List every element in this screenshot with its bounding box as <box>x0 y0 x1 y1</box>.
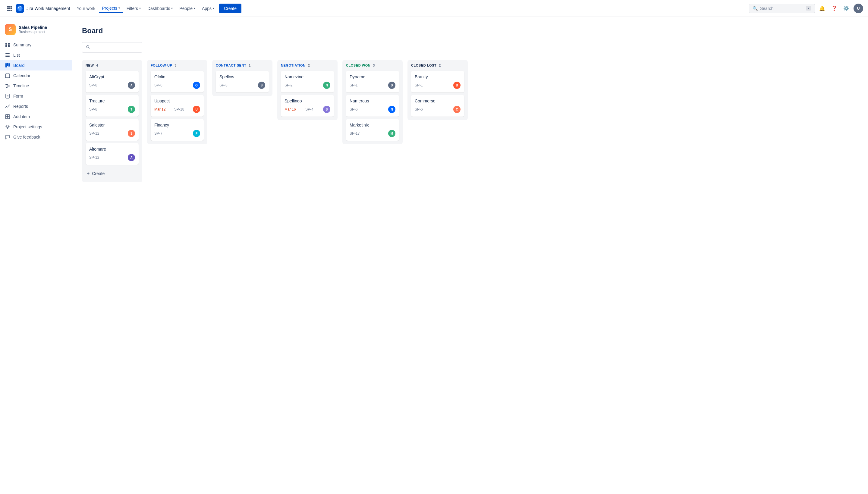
sidebar-item-label: Calendar <box>13 73 31 78</box>
card-meta: SP-6 O <box>154 82 200 89</box>
help-button[interactable]: ❓ <box>829 4 839 13</box>
sidebar-item-add-item[interactable]: Add item <box>0 111 72 122</box>
card-marketinix[interactable]: Marketinix SP-17 M <box>346 119 399 141</box>
topnav-item-dashboards[interactable]: Dashboards ▾ <box>144 4 176 13</box>
sidebar-item-form[interactable]: Form <box>0 91 72 101</box>
notifications-button[interactable]: 🔔 <box>817 4 827 13</box>
svg-rect-21 <box>5 84 8 85</box>
sidebar-item-timeline[interactable]: Timeline <box>0 81 72 91</box>
topnav-item-apps[interactable]: Apps ▾ <box>199 4 217 13</box>
svg-point-26 <box>7 126 8 128</box>
sidebar-item-give-feedback[interactable]: Give feedback <box>0 132 72 142</box>
search-icon: 🔍 <box>753 6 758 11</box>
sidebar-item-label: List <box>13 53 20 58</box>
search-box[interactable]: 🔍 Search / <box>749 4 815 13</box>
column-count-followup: 3 <box>174 63 176 67</box>
svg-rect-20 <box>5 74 10 78</box>
sidebar-item-list[interactable]: List <box>0 50 72 60</box>
card-upspect[interactable]: Upspect Mar 12 SP-18 U <box>151 95 204 117</box>
svg-rect-15 <box>5 55 10 55</box>
avatar[interactable]: U <box>853 4 863 13</box>
column-negotiation: NEGOTIATION 2 Namezine SP-2 N Spellingo … <box>277 60 337 120</box>
project-icon: S <box>5 24 16 35</box>
svg-rect-8 <box>11 10 12 11</box>
settings-button[interactable]: ⚙️ <box>842 4 851 13</box>
search-icon <box>86 45 90 50</box>
card-spellow[interactable]: Spellow SP-3 S <box>216 71 269 93</box>
create-button[interactable]: Create <box>219 4 241 13</box>
card-title: Spellingo <box>284 98 330 103</box>
project-name: Sales Pipeline <box>19 25 47 30</box>
card-commerse[interactable]: Commerse SP-6 C <box>411 95 464 117</box>
topnav-item-your-work[interactable]: Your work <box>74 4 98 13</box>
card-meta: SP-17 M <box>350 130 395 137</box>
card-id: SP-1 <box>415 83 423 87</box>
card-namezine[interactable]: Namezine SP-2 N <box>281 71 334 93</box>
card-title: Spellow <box>219 74 265 79</box>
card-date: Mar 12 <box>154 107 165 111</box>
sidebar-item-reports[interactable]: Reports <box>0 101 72 111</box>
column-closed-won: CLOSED WON 3 Dyname SP-1 D Namerous SP-6… <box>343 60 403 144</box>
column-followup: FOLLOW-UP 3 Ofolio SP-6 O Upspect Mar 12… <box>147 60 207 144</box>
topnav-items: Your work Projects ▾ Filters ▾ Dashboard… <box>74 4 747 13</box>
create-button[interactable]: + Create <box>86 168 138 178</box>
sidebar-item-label: Timeline <box>13 83 29 88</box>
topnav-item-projects[interactable]: Projects ▾ <box>99 4 123 13</box>
card-ofolio[interactable]: Ofolio SP-6 O <box>151 71 204 93</box>
topnav-item-people[interactable]: People ▾ <box>176 4 198 13</box>
card-title: Ofolio <box>154 74 200 79</box>
topnav: Jira Work Management Your work Projects … <box>0 0 868 17</box>
grid-icon[interactable] <box>5 4 15 13</box>
form-icon <box>5 93 10 99</box>
card-financy[interactable]: Financy SP-7 F <box>151 119 204 141</box>
card-branity[interactable]: Branity SP-1 B <box>411 71 464 93</box>
sidebar-item-label: Project settings <box>13 125 42 129</box>
sidebar-item-label: Reports <box>13 104 28 109</box>
column-contract-sent: CONTRACT SENT 1 Spellow SP-3 S <box>212 60 273 96</box>
column-closed-lost: CLOSED LOST 2 Branity SP-1 B Commerse SP… <box>407 60 468 120</box>
svg-rect-17 <box>5 63 7 68</box>
board-icon <box>5 63 10 68</box>
chevron-down-icon: ▾ <box>213 7 214 10</box>
card-salestor[interactable]: Salestor SP-12 S <box>86 119 138 141</box>
card-dyname[interactable]: Dyname SP-1 D <box>346 71 399 93</box>
sidebar-item-calendar[interactable]: Calendar <box>0 71 72 81</box>
sidebar-item-label: Add item <box>13 114 30 119</box>
svg-rect-6 <box>7 10 9 11</box>
card-namerous[interactable]: Namerous SP-6 N <box>346 95 399 117</box>
topnav-item-filters[interactable]: Filters ▾ <box>124 4 144 13</box>
svg-rect-18 <box>7 63 8 66</box>
card-tracture[interactable]: Tracture SP-8 T <box>86 95 138 117</box>
column-header-new: NEW 4 <box>86 63 138 67</box>
column-new: NEW 4 AltCrypt SP-8 A Tracture SP-8 T <box>82 60 142 182</box>
card-meta: SP-12 A <box>89 154 135 161</box>
avatar: M <box>388 130 395 137</box>
board-search[interactable] <box>82 42 142 53</box>
logo[interactable]: Jira Work Management <box>16 4 70 13</box>
column-count-negotiation: 2 <box>308 63 310 67</box>
column-header-negotiation: NEGOTIATION 2 <box>281 63 334 67</box>
sidebar: S Sales Pipeline Business project Summar… <box>0 17 72 494</box>
card-id: SP-2 <box>284 83 293 87</box>
card-title: Commerse <box>415 98 461 103</box>
avatar: B <box>453 82 461 89</box>
svg-rect-19 <box>8 63 10 66</box>
avatar: F <box>193 130 200 137</box>
timeline-icon <box>5 83 10 89</box>
card-altomare[interactable]: Altomare SP-12 A <box>86 143 138 165</box>
create-label: Create <box>92 171 105 176</box>
avatar: S <box>128 130 135 137</box>
card-meta: SP-8 T <box>89 106 135 113</box>
card-title: Dyname <box>350 74 395 79</box>
avatar: O <box>193 82 200 89</box>
sidebar-item-summary[interactable]: Summary <box>0 40 72 50</box>
column-count-closed-won: 3 <box>373 63 375 67</box>
svg-point-27 <box>87 45 89 48</box>
chevron-down-icon: ▾ <box>139 7 141 10</box>
sidebar-item-board[interactable]: Board <box>0 60 72 71</box>
card-altcrypt[interactable]: AltCrypt SP-8 A <box>86 71 138 93</box>
card-spellingo[interactable]: Spellingo Mar 16 SP-4 S <box>281 95 334 117</box>
card-title: Altomare <box>89 147 135 152</box>
sidebar-item-project-settings[interactable]: Project settings <box>0 122 72 132</box>
svg-rect-11 <box>8 43 10 44</box>
